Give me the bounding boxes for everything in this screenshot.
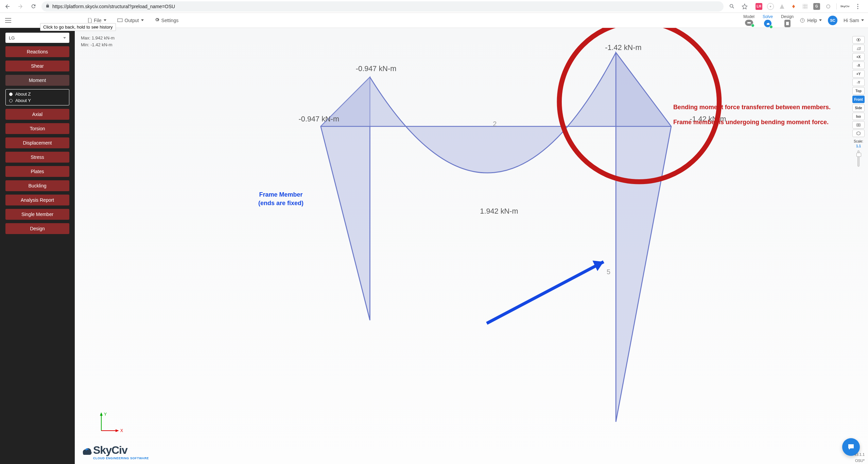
chevron-down-icon — [104, 19, 106, 21]
svg-point-7 — [827, 5, 830, 8]
analysis-report-button[interactable]: Analysis Report — [5, 195, 69, 205]
svg-line-1 — [732, 7, 734, 9]
view-iso[interactable]: Iso — [852, 113, 865, 120]
file-icon — [88, 18, 92, 23]
mode-solve[interactable]: Solve — [763, 14, 773, 27]
shear-button[interactable]: Shear — [5, 61, 69, 71]
ext-ring-icon[interactable] — [825, 3, 832, 10]
view-side[interactable]: Side — [852, 104, 865, 112]
settings-button[interactable]: Settings — [151, 16, 182, 24]
torsion-button[interactable]: Torsion — [5, 123, 69, 134]
single-member-button[interactable]: Single Member — [5, 209, 69, 220]
ext-circle-icon[interactable]: ● — [767, 3, 774, 10]
svg-rect-2 — [803, 4, 808, 9]
view-snapshot[interactable] — [852, 121, 865, 129]
ext-skyciv-icon[interactable]: SkyCiv — [841, 3, 848, 10]
buckling-button[interactable]: Buckling — [5, 180, 69, 191]
extension-icons: LH ● G SkyCiv — [753, 2, 865, 11]
monitor-icon — [117, 18, 123, 22]
svg-text:2: 2 — [493, 120, 497, 128]
help-icon: ? — [800, 18, 805, 23]
svg-text:Y: Y — [104, 412, 107, 417]
canvas[interactable]: Max: 1.942 kN-m Min: -1.42 kN-m -0.947 k… — [75, 28, 868, 464]
zoom-icon[interactable] — [727, 2, 736, 11]
cloud-logo-icon — [80, 445, 92, 455]
view-eye-button[interactable] — [852, 36, 865, 44]
ext-g-icon[interactable]: G — [813, 3, 820, 10]
svg-point-10 — [857, 8, 858, 9]
svg-text:X: X — [120, 428, 123, 433]
mode-design[interactable]: Design — [781, 14, 794, 27]
clipboard-icon — [786, 21, 789, 26]
moment-button[interactable]: Moment — [5, 75, 69, 86]
ext-drive-icon[interactable] — [779, 3, 785, 10]
svg-point-38 — [858, 39, 859, 40]
svg-text:1.942 kN-m: 1.942 kN-m — [480, 207, 518, 215]
back-button[interactable] — [3, 2, 12, 11]
reload-button[interactable] — [29, 2, 38, 11]
ext-lh-icon[interactable]: LH — [756, 3, 762, 10]
about-y-radio[interactable]: About Y — [9, 98, 66, 103]
scale-label: Scale: — [852, 139, 865, 143]
main-area: LG Reactions Shear Moment About Z About … — [0, 28, 868, 464]
view-plus-x[interactable]: +X — [852, 53, 865, 61]
skyciv-logo: SkyCiv CLOUD ENGINEERING SOFTWARE — [80, 444, 149, 460]
forward-button[interactable] — [16, 2, 25, 11]
menu-dots-icon[interactable] — [853, 2, 863, 11]
annotation-blue: Frame Member(ends are fixed) — [258, 190, 303, 208]
cube-icon — [856, 131, 861, 135]
displacement-button[interactable]: Displacement — [5, 137, 69, 148]
version-label: v3.1.1 — [854, 452, 865, 457]
user-menu[interactable]: Hi Sam — [844, 18, 864, 23]
output-menu[interactable]: Output — [114, 16, 147, 24]
star-icon[interactable] — [740, 2, 749, 11]
camera-icon — [856, 123, 861, 127]
chevron-down-icon — [141, 19, 144, 21]
svg-line-29 — [487, 262, 604, 324]
project-label: OSU* — [855, 459, 865, 463]
sidebar: LG Reactions Shear Moment About Z About … — [0, 28, 75, 464]
lock-icon — [46, 4, 50, 9]
ext-fox-icon[interactable] — [790, 3, 797, 10]
avatar[interactable]: SC — [828, 16, 837, 25]
svg-text:-1.42 kN-m: -1.42 kN-m — [605, 43, 641, 52]
hamburger-button[interactable] — [3, 15, 14, 26]
ext-grid-icon[interactable] — [802, 3, 809, 10]
divider — [836, 3, 837, 10]
svg-rect-14 — [118, 19, 122, 22]
view-3d[interactable] — [852, 130, 865, 137]
moment-axis-group: About Z About Y — [5, 89, 69, 105]
view-front[interactable]: Front — [852, 96, 865, 103]
view-minus-x[interactable]: -X — [852, 62, 865, 69]
axis-gizmo: Y X — [97, 412, 124, 435]
design-button[interactable]: Design — [5, 223, 69, 234]
chevron-down-icon — [819, 19, 822, 21]
annotation-red: Bending moment force transferred between… — [673, 103, 831, 133]
about-z-radio[interactable]: About Z — [9, 92, 66, 97]
view-minus-y[interactable]: -Y — [852, 79, 865, 86]
slider-thumb[interactable] — [856, 153, 861, 157]
scale-slider[interactable] — [857, 150, 860, 167]
scale-value: 1.1 — [852, 144, 865, 148]
plates-button[interactable]: Plates — [5, 166, 69, 177]
svg-text:5: 5 — [607, 268, 610, 276]
app-topbar: File Output Settings Model Solve — [0, 13, 868, 28]
load-group-select[interactable]: LG — [5, 33, 69, 43]
mode-model[interactable]: Model — [743, 14, 754, 26]
stress-button[interactable]: Stress — [5, 152, 69, 163]
svg-point-40 — [858, 125, 859, 126]
view-top[interactable]: Top — [852, 87, 865, 95]
chevron-down-icon — [63, 37, 66, 39]
svg-marker-32 — [100, 412, 103, 416]
svg-point-8 — [857, 4, 858, 5]
chat-icon — [847, 443, 855, 451]
reactions-button[interactable]: Reactions — [5, 46, 69, 57]
url-bar[interactable]: https://platform.skyciv.com/structural?p… — [41, 1, 724, 12]
help-button[interactable]: ? Help — [800, 18, 822, 23]
svg-rect-15 — [747, 22, 751, 23]
axial-button[interactable]: Axial — [5, 109, 69, 120]
view-chart-button[interactable] — [852, 45, 865, 52]
view-plus-y[interactable]: +Y — [852, 70, 865, 78]
svg-text:?: ? — [802, 19, 803, 22]
chevron-down-icon — [861, 19, 864, 21]
